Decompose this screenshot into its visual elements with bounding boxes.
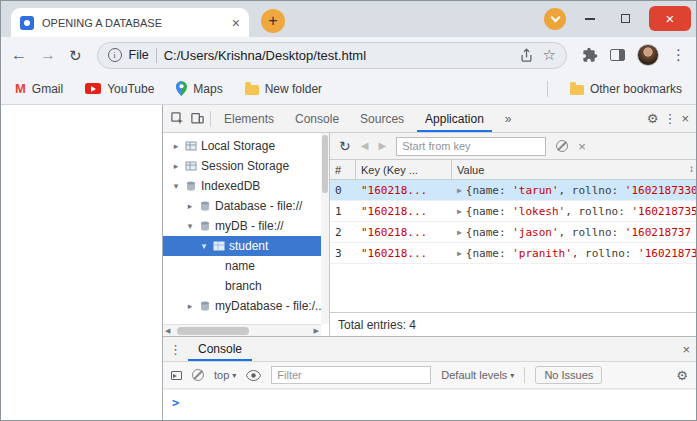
scroll-left-icon[interactable]: ◀	[165, 327, 170, 335]
drawer-close-icon[interactable]: ×	[682, 343, 690, 356]
log-levels-dropdown[interactable]: Default levels ▾	[441, 369, 514, 381]
expand-triangle-icon[interactable]: ▶	[457, 207, 462, 216]
tree-item-index-branch[interactable]: branch	[163, 276, 329, 296]
console-settings-gear-icon[interactable]: ⚙	[676, 369, 688, 382]
tree-item-database-file[interactable]: ▸ Database - file://	[163, 196, 329, 216]
console-prompt[interactable]: >	[163, 389, 696, 420]
clear-console-icon[interactable]	[192, 369, 204, 381]
table-row[interactable]: 3 "160218... ▶ {name: 'pranith' , rollno…	[330, 243, 696, 264]
refresh-icon[interactable]: ↻	[339, 139, 351, 153]
content-area: Elements Console Sources Application » ⚙…	[1, 105, 696, 420]
other-bookmarks-button[interactable]: Other bookmarks	[570, 82, 682, 96]
next-page-icon[interactable]: ▶	[378, 141, 386, 151]
url-text[interactable]: C:/Users/Krishna/Desktop/test.html	[164, 48, 512, 63]
tree-item-indexeddb[interactable]: ▾ IndexedDB	[163, 176, 329, 196]
expand-triangle-icon[interactable]: ▶	[457, 249, 462, 258]
chevron-right-icon[interactable]: ▸	[185, 201, 195, 211]
tree-item-mydb[interactable]: ▾ myDB - file://	[163, 216, 329, 236]
scrollbar-thumb[interactable]	[177, 327, 249, 335]
live-expression-eye-icon[interactable]	[246, 370, 261, 381]
forward-button[interactable]: →	[40, 47, 56, 63]
inspect-element-icon[interactable]	[170, 111, 185, 126]
tree-item-mydatabase[interactable]: ▸ myDatabase - file:/..	[163, 296, 329, 316]
expand-triangle-icon[interactable]: ▶	[457, 228, 462, 237]
chevron-down-icon[interactable]: ▾	[171, 181, 181, 191]
side-panel-icon[interactable]	[610, 49, 625, 61]
sort-arrows-icon[interactable]: ↕	[689, 163, 694, 174]
console-drawer-tab[interactable]: Console	[188, 337, 252, 361]
cell-value: ▶ {name: 'lokesh' , rollno: '160218735	[452, 205, 696, 218]
chevron-right-icon[interactable]: ▸	[185, 301, 195, 311]
page-content	[1, 105, 162, 420]
chevron-down-icon[interactable]: ▾	[199, 241, 209, 251]
caret-down-icon: ▾	[232, 371, 236, 380]
bookmark-new-folder[interactable]: New folder	[245, 82, 322, 96]
tab-title: OPENING A DATABASE	[42, 17, 224, 29]
column-header-value[interactable]: Value	[452, 160, 696, 179]
gmail-icon: M	[15, 81, 26, 96]
chevron-right-icon[interactable]: ▸	[171, 141, 181, 151]
console-sidebar-icon[interactable]	[171, 371, 182, 380]
clear-object-store-icon[interactable]	[556, 140, 568, 152]
delete-selected-icon[interactable]: ×	[578, 140, 586, 153]
browser-menu-icon[interactable]: ⋮	[671, 46, 686, 64]
table-row[interactable]: 2 "160218... ▶ {name: 'jason' , rollno: …	[330, 222, 696, 243]
tab-sources[interactable]: Sources	[352, 105, 412, 132]
minimize-button[interactable]	[579, 7, 601, 31]
tree-horizontal-scrollbar[interactable]: ◀ ▶	[163, 324, 321, 336]
expand-triangle-icon[interactable]: ▶	[457, 186, 462, 195]
chevron-down-icon[interactable]: ▾	[185, 221, 195, 231]
profile-avatar[interactable]	[637, 44, 659, 66]
table-row[interactable]: 0 "160218... ▶ {name: 'tarun' , rollno: …	[330, 180, 696, 201]
tab-close-icon[interactable]: ×	[232, 16, 240, 30]
table-row[interactable]: 1 "160218... ▶ {name: 'lokesh' , rollno:…	[330, 201, 696, 222]
close-button[interactable]: ×	[649, 6, 691, 31]
scrollbar-thumb[interactable]	[322, 135, 328, 193]
devtools-menu-icon[interactable]: ⋮	[663, 112, 676, 125]
value-object-text: , rollno:	[559, 184, 625, 197]
tree-item-session-storage[interactable]: ▸ Session Storage	[163, 156, 329, 176]
console-filter-input[interactable]	[271, 366, 431, 384]
settings-gear-icon[interactable]: ⚙	[647, 112, 659, 125]
storage-grid-icon	[185, 140, 197, 152]
info-icon[interactable]: i	[108, 48, 122, 62]
address-bar[interactable]: i File C:/Users/Krishna/Desktop/test.htm…	[97, 42, 567, 69]
cell-value: ▶ {name: 'pranith' , rollno: '16021873	[452, 247, 696, 260]
tree-item-student[interactable]: ▾ student	[163, 236, 329, 256]
bookmark-gmail[interactable]: M Gmail	[15, 81, 63, 96]
browser-tab[interactable]: OPENING A DATABASE ×	[11, 8, 249, 37]
drawer-menu-icon[interactable]: ⋮	[169, 343, 182, 356]
column-header-index[interactable]: #	[330, 160, 356, 179]
maximize-button[interactable]	[614, 7, 636, 31]
bookmark-star-icon[interactable]: ☆	[543, 46, 556, 64]
bookmark-label: Maps	[193, 82, 222, 96]
tree-item-label: Session Storage	[201, 159, 289, 173]
scroll-right-icon[interactable]: ▶	[314, 327, 319, 335]
share-icon[interactable]	[519, 48, 534, 63]
reload-button[interactable]: ↻	[69, 48, 82, 63]
chevron-right-icon[interactable]: ▸	[171, 161, 181, 171]
devtools-close-icon[interactable]: ×	[681, 112, 689, 125]
tab-application[interactable]: Application	[417, 105, 492, 132]
context-selector[interactable]: top ▾	[214, 369, 236, 381]
tree-vertical-scrollbar[interactable]	[321, 133, 329, 324]
new-tab-button[interactable]: +	[261, 9, 285, 33]
prev-page-icon[interactable]: ◀	[361, 141, 369, 151]
cell-key: "160218...	[356, 205, 452, 218]
extensions-puzzle-icon[interactable]	[582, 47, 598, 63]
start-from-key-input[interactable]	[396, 137, 546, 156]
device-toolbar-icon[interactable]	[190, 111, 205, 126]
column-header-key[interactable]: Key (Key ...	[356, 160, 452, 179]
back-button[interactable]: ←	[11, 47, 27, 63]
tree-item-index-name[interactable]: name	[163, 256, 329, 276]
value-string: '160218735	[631, 205, 696, 218]
tab-console[interactable]: Console	[287, 105, 347, 132]
bookmark-maps[interactable]: Maps	[176, 81, 222, 96]
more-tabs-button[interactable]: »	[497, 105, 520, 132]
no-issues-button[interactable]: No Issues	[535, 366, 602, 384]
tab-elements[interactable]: Elements	[216, 105, 282, 132]
bookmark-youtube[interactable]: YouTube	[85, 82, 154, 96]
chrome-update-icon[interactable]	[544, 8, 566, 30]
value-string: 'jason'	[512, 226, 558, 239]
tree-item-local-storage[interactable]: ▸ Local Storage	[163, 136, 329, 156]
